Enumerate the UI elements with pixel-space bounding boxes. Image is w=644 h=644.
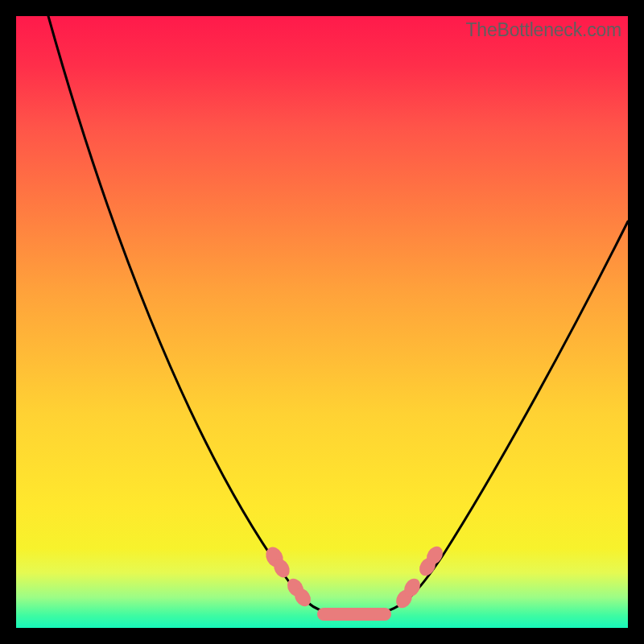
curve-left-branch [48,16,334,613]
curve-right-branch [377,221,628,613]
bottleneck-curve [16,16,628,628]
marker-trough [317,608,391,621]
chart-frame: TheBottleneck.com [16,16,628,628]
